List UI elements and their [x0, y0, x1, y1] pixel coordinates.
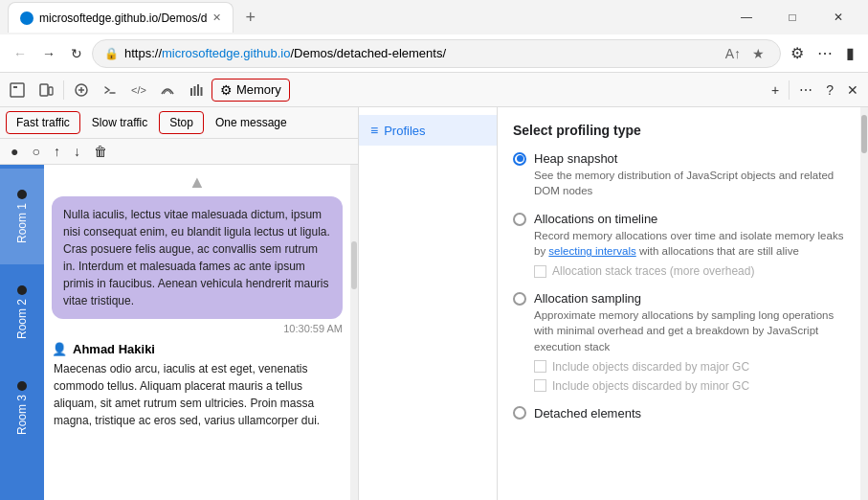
profiles-icon: ≡ [370, 123, 378, 138]
chat-tabs: Fast traffic Slow traffic Stop One messa… [0, 107, 358, 139]
profiles-item[interactable]: ≡ Profiles [359, 115, 497, 146]
svg-rect-4 [190, 88, 192, 96]
svg-rect-5 [193, 86, 195, 96]
allocations-timeline-option: Allocations on timeline Record memory al… [513, 212, 845, 278]
chat-panel: Fast traffic Slow traffic Stop One messa… [0, 107, 359, 500]
one-message-tab[interactable]: One message [206, 112, 297, 133]
heap-snapshot-radio[interactable] [513, 152, 526, 166]
devtools-close-button[interactable]: ✕ [841, 79, 864, 102]
heap-snapshot-text: Heap snapshot [534, 151, 617, 166]
heap-snapshot-desc: See the memory distribution of JavaScrip… [534, 168, 845, 198]
room-1-label: Room 1 [15, 203, 29, 243]
memory-gear-icon: ⚙ [220, 82, 233, 98]
allocations-timeline-text: Allocations on timeline [534, 212, 657, 226]
forward-button[interactable]: → [36, 42, 61, 65]
new-tab-button[interactable]: + [237, 4, 263, 32]
room-3-dot [17, 381, 27, 391]
browser-toolbar-right: ⚙ ⋯ ▮ [785, 40, 860, 66]
device-emulation-button[interactable] [33, 79, 59, 102]
room-1-item[interactable]: Room 1 [0, 169, 44, 264]
devtools-more-button[interactable]: ⋯ [793, 79, 818, 102]
chat-scrollbar[interactable] [350, 165, 358, 500]
major-gc-label: Include objects discarded by major GC [552, 360, 749, 374]
detached-elements-option: Detached elements [513, 406, 845, 420]
select-profiling-title: Select profiling type [513, 123, 845, 138]
sources-panel-button[interactable]: </> [125, 80, 152, 100]
allocations-timeline-label[interactable]: Allocations on timeline [513, 212, 845, 226]
refresh-button[interactable]: ↻ [65, 42, 88, 65]
detached-elements-radio[interactable] [513, 406, 526, 420]
allocation-sampling-label[interactable]: Allocation sampling [513, 291, 845, 306]
memory-panel-button[interactable]: ⚙ Memory [211, 79, 290, 102]
read-aloud-button[interactable]: A↑ [722, 44, 745, 63]
stack-traces-checkbox-row: Allocation stack traces (more overhead) [534, 264, 845, 278]
allocations-timeline-radio[interactable] [513, 213, 526, 226]
collections-button[interactable]: ⚙ [785, 40, 810, 66]
delete-button[interactable]: 🗑 [89, 141, 112, 162]
active-tab[interactable]: microsoftedge.github.io/Demos/d ✕ [8, 2, 234, 33]
performance-panel-button[interactable] [183, 79, 210, 102]
stack-traces-checkbox[interactable] [534, 265, 546, 278]
close-window-button[interactable]: ✕ [816, 2, 860, 33]
scroll-down-button[interactable]: ↓ [69, 141, 85, 162]
maximize-button[interactable]: □ [770, 2, 814, 33]
tab-close-button[interactable]: ✕ [212, 11, 221, 24]
room-sidebar: Room 1 Room 2 Room 3 [0, 165, 44, 500]
more-tools-button[interactable]: ⋯ [812, 40, 838, 66]
window-controls: — □ ✕ [724, 2, 860, 33]
room-3-item[interactable]: Room 3 [0, 360, 44, 456]
minor-gc-label: Include objects discarded by minor GC [552, 379, 749, 393]
add-panel-button[interactable]: + [766, 79, 785, 102]
svg-rect-2 [49, 87, 53, 95]
elements-panel-button[interactable] [68, 79, 95, 102]
back-button[interactable]: ← [8, 42, 33, 65]
room-3-label: Room 3 [15, 395, 29, 435]
room-2-dot [17, 285, 27, 295]
url-plain: https:// [124, 46, 162, 60]
address-bar: ← → ↻ 🔒 https://microsoftedge.github.io/… [0, 34, 868, 73]
favorites-button[interactable]: ★ [748, 44, 768, 63]
stop-record-button[interactable]: ○ [27, 141, 44, 162]
fast-traffic-tab[interactable]: Fast traffic [6, 111, 80, 134]
selecting-intervals-link[interactable]: selecting intervals [548, 245, 635, 257]
console-panel-button[interactable] [97, 79, 123, 102]
record-button[interactable]: ● [6, 141, 23, 162]
slow-traffic-tab[interactable]: Slow traffic [82, 112, 157, 133]
allocation-sampling-radio[interactable] [513, 292, 526, 306]
profiles-label: Profiles [384, 124, 425, 138]
chat-messages: ▲ Nulla iaculis, lectus vitae malesuada … [44, 165, 350, 500]
minimize-button[interactable]: — [724, 2, 768, 33]
tab-favicon [20, 11, 33, 25]
message-time-1: 10:30:59 AM [52, 323, 343, 334]
scroll-up-button[interactable]: ↑ [49, 141, 65, 162]
sidebar-button[interactable]: ▮ [840, 40, 860, 66]
heap-snapshot-label[interactable]: Heap snapshot [513, 151, 845, 166]
room-2-item[interactable]: Room 2 [0, 264, 44, 360]
inspect-element-button[interactable] [4, 79, 31, 102]
toolbar-separator-2 [789, 80, 790, 100]
svg-rect-7 [200, 87, 202, 96]
title-bar: microsoftedge.github.io/Demos/d ✕ + — □ … [0, 0, 868, 34]
svg-rect-0 [11, 83, 24, 97]
devtools-help-button[interactable]: ? [820, 79, 839, 102]
sender-name: Ahmad Hakiki [73, 342, 155, 356]
detached-elements-label[interactable]: Detached elements [513, 406, 845, 420]
chat-controls: ● ○ ↑ ↓ 🗑 [0, 139, 358, 165]
minor-gc-checkbox-row: Include objects discarded by minor GC [534, 379, 845, 393]
major-gc-checkbox-row: Include objects discarded by major GC [534, 360, 845, 374]
main-area: Fast traffic Slow traffic Stop One messa… [0, 107, 868, 500]
message-sender-2: 👤 Ahmad Hakiki [52, 342, 343, 356]
devtools-scrollbar-thumb [861, 115, 867, 153]
major-gc-checkbox[interactable] [534, 360, 546, 373]
detached-elements-text: Detached elements [534, 406, 641, 420]
minor-gc-checkbox[interactable] [534, 379, 546, 392]
stop-tab[interactable]: Stop [159, 111, 204, 134]
address-icons: A↑ ★ [722, 44, 768, 63]
sender-icon: 👤 [52, 342, 67, 356]
address-input[interactable]: 🔒 https://microsoftedge.github.io/Demos/… [92, 39, 781, 68]
tab-bar: microsoftedge.github.io/Demos/d ✕ + [8, 2, 263, 33]
heap-snapshot-option: Heap snapshot See the memory distributio… [513, 151, 845, 198]
network-panel-button[interactable] [154, 79, 181, 102]
devtools-scrollbar[interactable] [860, 107, 868, 500]
profiles-sidebar: ≡ Profiles [359, 107, 498, 500]
